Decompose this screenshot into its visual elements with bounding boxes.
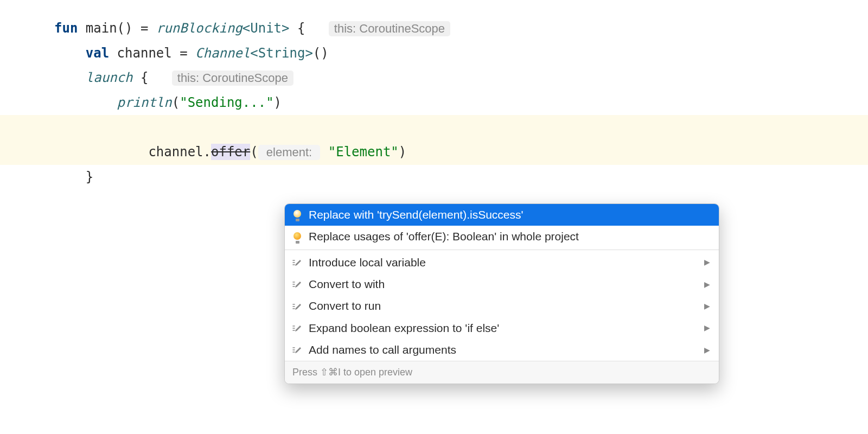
call-println: println [54, 95, 172, 110]
inlay-hint-this-scope: this: CoroutineScope [329, 21, 450, 36]
inlay-param-hint-element: element: [258, 145, 321, 160]
code-line-4[interactable]: println("Sending...") [54, 91, 868, 116]
call-runblocking: runBlocking [156, 21, 242, 36]
call-channel: Channel [195, 46, 250, 61]
code-line-5-highlighted[interactable]: channel.offer( element: "Element") [0, 115, 868, 164]
code-line-6[interactable]: } [54, 165, 868, 190]
code-line-3[interactable]: launch { this: CoroutineScope [54, 66, 868, 91]
inlay-hint-this-scope: this: CoroutineScope [172, 71, 293, 86]
code-line-1[interactable]: fun main() = runBlocking<Unit> { this: C… [54, 16, 868, 41]
call-launch: launch [54, 70, 133, 85]
deprecated-offer-call: offer [211, 144, 250, 159]
code-line-2[interactable]: val channel = Channel<String>() [54, 41, 868, 66]
code-editor[interactable]: fun main() = runBlocking<Unit> { this: C… [0, 0, 868, 189]
keyword-fun: fun [54, 21, 78, 36]
